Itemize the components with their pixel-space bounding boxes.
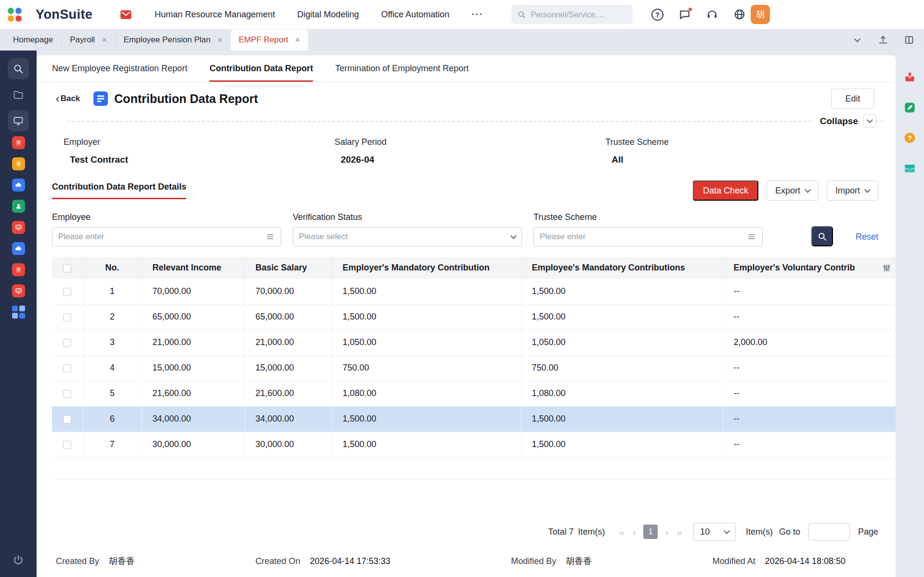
row-checkbox[interactable] [63,313,71,321]
tab-empf-report[interactable]: EMPF Report × [231,29,309,51]
field-label: Employer [64,137,335,147]
nav-item-hrm[interactable]: Human Resource Management [155,10,275,20]
globe-icon[interactable] [732,7,747,22]
export-button[interactable]: Export [767,180,819,201]
tab-termination-of-employment-report[interactable]: Termination of Employment Report [335,55,469,82]
verification-status-select[interactable]: Please select [293,227,522,246]
cell-employer-voluntary: -- [723,406,896,432]
employee-input[interactable] [58,232,261,242]
publish-box-icon[interactable] [903,71,916,84]
headset-icon[interactable] [705,7,719,22]
column-header-employer-voluntary: Employer's Voluntary Contrib [723,257,896,279]
row-checkbox[interactable] [63,288,71,296]
help-icon[interactable]: ? [650,7,664,22]
list-icon[interactable] [747,232,756,242]
report-doc-icon [93,91,108,106]
list-icon[interactable] [265,232,275,242]
close-icon[interactable]: × [217,36,222,44]
close-icon[interactable]: × [102,36,107,44]
filter-search-button[interactable] [811,226,833,246]
inbox-icon[interactable] [903,162,916,175]
row-checkbox[interactable] [63,339,71,347]
select-placeholder: Please select [299,232,508,242]
table-row-selected[interactable]: 6 34,000.00 34,000.00 1,500.00 1,500.00 … [52,406,896,432]
sidebar-app-icon-green[interactable] [12,200,25,213]
sidebar-monitor-icon[interactable] [8,110,29,131]
row-checkbox[interactable] [63,441,71,449]
yonsuite-logo-icon[interactable] [8,8,22,22]
details-table-area: No. Relevant Income Basic Salary Employe… [52,257,896,479]
sidebar-app-icon-blue-1[interactable] [12,179,25,192]
sidebar-app-icon-blue-2[interactable] [12,242,25,255]
select-all-checkbox[interactable] [63,264,71,272]
trustee-scheme-input[interactable] [540,232,743,242]
upload-icon[interactable] [876,33,890,47]
current-page[interactable]: 1 [643,525,658,539]
tab-employee-pension-plan[interactable]: Employee Pension Plan × [116,29,231,51]
sidebar-app-icon-red-3[interactable] [12,263,25,276]
reset-link[interactable]: Reset [856,232,878,242]
prev-page-icon[interactable]: ‹ [632,527,637,537]
details-actions: Data Check Export Import [693,180,878,201]
data-check-button[interactable]: Data Check [693,180,758,201]
first-page-icon[interactable]: « [618,527,626,537]
layout-panels-icon[interactable] [902,33,916,47]
sidebar-search-icon[interactable] [8,58,29,79]
row-checkbox[interactable] [63,364,71,372]
cell-basic-salary: 65,000.00 [245,304,332,330]
filter-verification-status: Verification Status Please select [293,212,522,246]
page-size-select[interactable]: 10 [693,523,736,541]
table-row[interactable]: 3 21,000.00 21,000.00 1,050.00 1,050.00 … [52,330,896,355]
last-page-icon[interactable]: » [676,527,683,537]
column-header-basic-salary: Basic Salary [245,257,332,279]
cell-employee-mandatory: 750.00 [521,355,723,381]
edit-button[interactable]: Edit [831,89,874,109]
sidebar-app-icon-red-2[interactable] [12,221,25,234]
collapse-chevron-button[interactable] [863,115,876,128]
cell-no: 4 [83,355,142,381]
import-button[interactable]: Import [827,180,878,201]
tab-payroll[interactable]: Payroll × [62,29,115,51]
row-checkbox[interactable] [63,415,71,423]
row-checkbox[interactable] [63,390,71,398]
filters-row: Employee Verification Status Please sele… [37,202,896,257]
sidebar-app-icon-orange[interactable] [12,157,25,170]
column-settings-icon[interactable] [882,263,892,273]
cell-no: 6 [83,406,142,432]
table-row[interactable]: 5 21,600.00 21,600.00 1,080.00 1,080.00 … [52,381,896,406]
back-button[interactable]: ‹ Back [56,93,80,104]
table-row[interactable]: 2 65,000.00 65,000.00 1,500.00 1,500.00 … [52,304,896,330]
table-header-row: No. Relevant Income Basic Salary Employe… [52,257,896,279]
global-search[interactable] [511,5,633,24]
avatar[interactable]: 胡 [751,5,770,24]
cell-employee-mandatory: 1,050.00 [521,330,723,355]
global-search-input[interactable] [531,10,627,19]
nav-item-office-automation[interactable]: Office Automation [381,10,449,20]
sidebar-app-icon-grid[interactable] [12,306,25,319]
sidebar-app-icon-red-4[interactable] [12,284,25,297]
help-circle-icon[interactable]: ? [903,131,916,144]
table-row[interactable]: 4 15,000.00 15,000.00 750.00 750.00 -- [52,355,896,381]
employee-lookup-input[interactable] [52,227,281,246]
collapse-toggle[interactable]: Collapse [812,115,876,128]
chevron-down-icon[interactable] [850,33,864,47]
sidebar-folder-icon[interactable] [8,84,29,105]
close-icon[interactable]: × [295,36,300,44]
next-page-icon[interactable]: › [664,527,669,537]
nav-item-digital-modeling[interactable]: Digital Modeling [297,10,359,20]
pen-icon[interactable] [903,101,916,114]
mail-icon[interactable] [119,8,132,21]
tab-homepage[interactable]: Homepage [5,29,61,51]
nav-more-icon[interactable]: ··· [471,9,483,20]
chevron-down-icon [510,233,517,239]
sidebar-app-icon-red-1[interactable] [12,136,25,149]
table-row[interactable]: 1 70,000.00 70,000.00 1,500.00 1,500.00 … [52,279,896,304]
tab-new-employee-registration-report[interactable]: New Employee Registration Report [52,55,187,82]
chat-icon[interactable] [677,7,692,22]
trustee-scheme-lookup-input[interactable] [534,227,763,246]
goto-page-input[interactable] [808,523,850,540]
table-row[interactable]: 7 30,000.00 30,000.00 1,500.00 1,500.00 … [52,432,896,457]
tab-contribution-data-report[interactable]: Contribution Data Report [209,55,313,82]
power-icon[interactable] [12,554,25,566]
chevron-down-icon [864,187,871,193]
